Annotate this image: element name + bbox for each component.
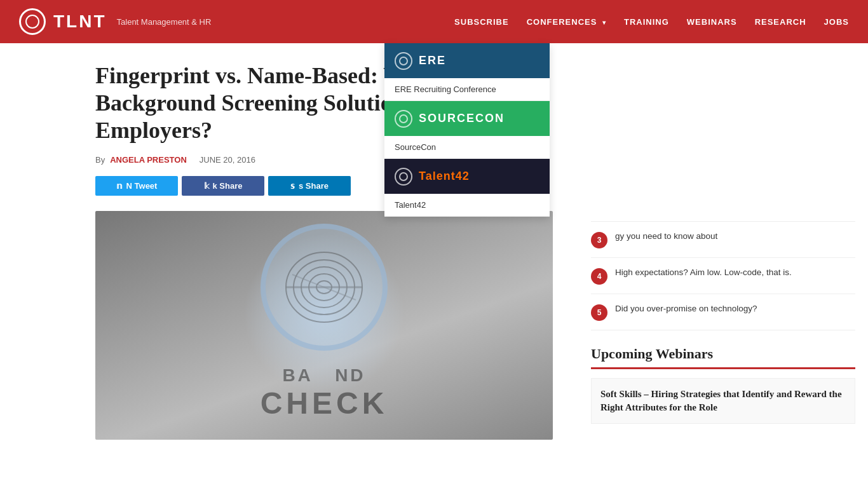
- nav-webinars[interactable]: WEBINARS: [687, 16, 737, 27]
- related-number-5: 5: [591, 304, 607, 321]
- nav-research[interactable]: RESEARCH: [755, 16, 806, 27]
- webinars-heading: Upcoming Webinars: [591, 346, 855, 362]
- logo-area[interactable]: TLNT Talent Management & HR: [19, 8, 211, 35]
- nav-subscribe[interactable]: SUBSCRIBE: [454, 16, 509, 27]
- related-number-4: 4: [591, 268, 607, 285]
- related-number-3: 3: [591, 232, 607, 248]
- conf-item-ere[interactable]: ERE ERE Recruiting Conference: [384, 43, 550, 101]
- image-bg: BA ND CHECK: [95, 211, 553, 440]
- ere-inner-circle-icon: [399, 57, 408, 65]
- related-text-4[interactable]: High expectations? Aim low. Low-code, th…: [615, 267, 792, 279]
- nav-training[interactable]: TRAINING: [624, 16, 669, 27]
- facebook-icon: 𝕜: [204, 181, 209, 191]
- sourcecon-circle-icon: [395, 110, 412, 128]
- talent42-circle-icon: [395, 168, 412, 186]
- conf-banner-talent42: Talent42: [384, 159, 550, 194]
- related-articles: 3 gy you need to know about 4 High expec…: [591, 221, 855, 330]
- by-label: By: [95, 155, 105, 165]
- conf-banner-ere: ERE: [384, 43, 550, 78]
- related-text-3[interactable]: gy you need to know about: [615, 231, 717, 243]
- related-item-4: 4 High expectations? Aim low. Low-code, …: [591, 258, 855, 294]
- talent42-inner-circle-icon: [399, 172, 408, 181]
- tweet-icon: 𝕟: [116, 181, 123, 191]
- author-link[interactable]: ANGELA PRESTON: [110, 155, 187, 165]
- related-item-3: 3 gy you need to know about: [591, 222, 855, 258]
- webinar-card-title: Soft Skills – Hiring Strategies that Ide…: [600, 388, 846, 414]
- conf-item-talent42[interactable]: Talent42 Talent42: [384, 159, 550, 217]
- check-word-text: CHECK: [261, 386, 388, 421]
- main-nav: SUBSCRIBE CONFERENCES ▾ TRAINING WEBINAR…: [454, 16, 849, 27]
- talent42-sublabel: Talent42: [384, 194, 550, 216]
- site-logo-text: TLNT: [53, 11, 107, 32]
- webinar-card[interactable]: Soft Skills – Hiring Strategies that Ide…: [591, 378, 855, 424]
- ere-label: ERE: [419, 54, 446, 67]
- article-date: JUNE 20, 2016: [200, 155, 255, 165]
- bg-check-text: BA ND CHECK: [261, 365, 388, 421]
- bg-word-text: BA ND: [261, 365, 388, 386]
- related-item-5: 5 Did you over-promise on technology?: [591, 294, 855, 330]
- facebook-share-button[interactable]: 𝕜 k Share: [182, 176, 264, 196]
- sourcecon-inner-circle-icon: [399, 114, 408, 123]
- sidebar: 3 gy you need to know about 4 High expec…: [578, 43, 868, 459]
- talent42-label: Talent42: [419, 170, 470, 183]
- ere-sublabel: ERE Recruiting Conference: [384, 78, 550, 100]
- related-text-5[interactable]: Did you over-promise on technology?: [615, 303, 757, 315]
- linkedin-icon: 𝕤: [290, 181, 295, 191]
- sourcecon-label: SOURCECON: [419, 112, 505, 125]
- sourcecon-sublabel: SourceCon: [384, 136, 550, 158]
- article-hero-image: BA ND CHECK: [95, 211, 553, 440]
- webinars-underline: [591, 367, 855, 369]
- logo-circle-icon: [19, 8, 46, 35]
- nav-conferences[interactable]: CONFERENCES ▾: [527, 16, 606, 27]
- chevron-down-icon: ▾: [602, 19, 606, 26]
- linkedin-share-button[interactable]: 𝕤 s Share: [268, 176, 351, 196]
- nav-jobs[interactable]: JOBS: [824, 16, 849, 27]
- logo-inner-circle-icon: [25, 15, 39, 29]
- site-tagline: Talent Management & HR: [117, 17, 212, 27]
- site-header: TLNT Talent Management & HR SUBSCRIBE CO…: [0, 0, 868, 43]
- tweet-button[interactable]: 𝕟 N Tweet: [95, 176, 178, 196]
- fingerprint-svg: [267, 230, 381, 344]
- webinars-section: Upcoming Webinars Soft Skills – Hiring S…: [591, 346, 855, 424]
- ere-circle-icon: [395, 52, 412, 70]
- conf-banner-sourcecon: SOURCECON: [384, 101, 550, 136]
- conf-item-sourcecon[interactable]: SOURCECON SourceCon: [384, 101, 550, 159]
- conferences-dropdown: ERE ERE Recruiting Conference SOURCECON …: [384, 43, 550, 217]
